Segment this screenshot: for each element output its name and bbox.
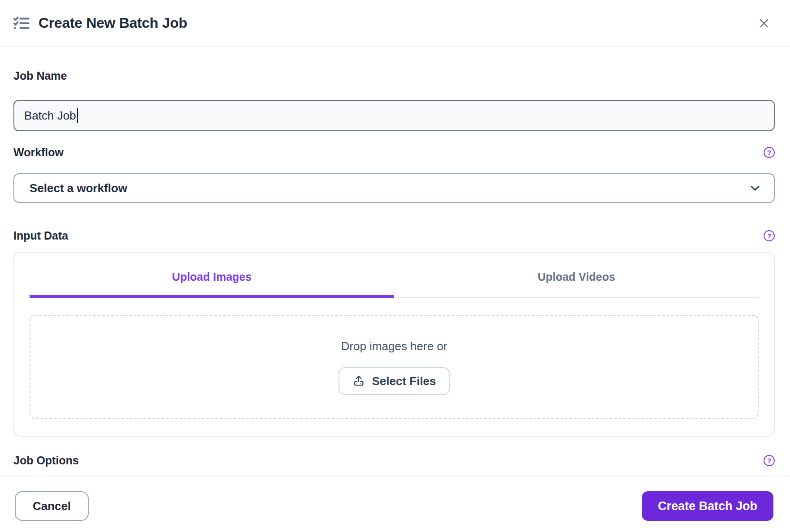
- input-data-card: Upload Images Upload Videos Drop images …: [13, 252, 775, 437]
- tab-upload-videos[interactable]: Upload Videos: [394, 253, 759, 298]
- select-files-button[interactable]: Select Files: [339, 367, 449, 395]
- modal-footer: Cancel Create Batch Job: [0, 476, 790, 532]
- close-button[interactable]: [754, 13, 774, 33]
- modal-body: Job Name Batch Job Workflow ? Select a w…: [0, 47, 790, 469]
- text-caret: [77, 108, 78, 123]
- close-icon: [757, 16, 771, 30]
- job-options-label: Job Options: [13, 454, 79, 468]
- workflow-select[interactable]: Select a workflow: [13, 173, 775, 203]
- job-options-help-icon[interactable]: ?: [764, 455, 775, 466]
- job-name-input[interactable]: Batch Job: [13, 100, 775, 131]
- upload-tabs: Upload Images Upload Videos: [30, 253, 759, 298]
- input-data-help-icon[interactable]: ?: [764, 230, 775, 241]
- chevron-down-icon: [748, 181, 762, 195]
- workflow-label: Workflow: [13, 146, 64, 159]
- workflow-select-value: Select a workflow: [30, 181, 127, 195]
- modal-header: Create New Batch Job: [0, 0, 790, 47]
- input-data-label-row: Input Data ?: [13, 229, 775, 243]
- task-list-icon: [12, 13, 31, 33]
- tab-upload-images[interactable]: Upload Images: [30, 253, 394, 298]
- create-batch-job-button[interactable]: Create Batch Job: [642, 491, 773, 521]
- workflow-help-icon[interactable]: ?: [764, 147, 775, 158]
- job-name-value: Batch Job: [24, 109, 76, 123]
- job-name-label: Job Name: [13, 69, 67, 83]
- dropzone-prompt: Drop images here or: [341, 339, 447, 354]
- job-name-label-row: Job Name: [13, 69, 775, 83]
- workflow-label-row: Workflow ?: [13, 146, 775, 159]
- cancel-button[interactable]: Cancel: [15, 491, 89, 521]
- job-options-label-row: Job Options ?: [13, 454, 775, 468]
- input-data-label: Input Data: [13, 229, 68, 243]
- upload-icon: [352, 374, 365, 388]
- image-dropzone[interactable]: Drop images here or Select Files: [30, 315, 759, 419]
- select-files-label: Select Files: [372, 374, 436, 388]
- create-batch-job-modal: Create New Batch Job Job Name Batch Job …: [0, 0, 790, 532]
- modal-title: Create New Batch Job: [39, 15, 187, 31]
